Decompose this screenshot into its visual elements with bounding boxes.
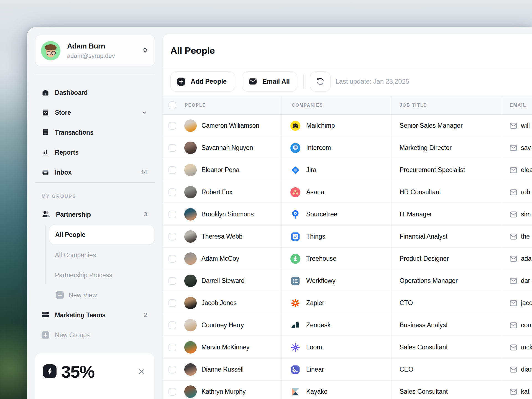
sidebar-item-label: Store <box>55 109 71 116</box>
table-row[interactable]: Jacob Jones Zapier CTO jaco <box>163 292 532 314</box>
row-checkbox[interactable] <box>168 321 176 329</box>
row-checkbox[interactable] <box>168 233 176 241</box>
email-all-button[interactable]: Email All <box>242 71 297 91</box>
table-row[interactable]: Eleanor Pena Jira Procurement Specialist… <box>163 159 532 181</box>
row-checkbox[interactable] <box>168 188 176 196</box>
new-groups-button[interactable]: New Groups <box>27 325 163 345</box>
row-checkbox[interactable] <box>168 166 176 174</box>
divider <box>35 74 155 74</box>
row-checkbox[interactable] <box>168 211 176 218</box>
job-title-cell: Marketing Director <box>392 137 501 159</box>
table-row[interactable]: Dianne Russell Linear CEO dian <box>163 359 532 381</box>
my-groups-label: MY GROUPS <box>42 194 163 199</box>
company-cell: Sourcetree <box>282 203 392 225</box>
email-cell: sim <box>501 203 532 225</box>
company-cell: Things <box>282 226 392 247</box>
new-view-button[interactable]: New View <box>27 285 163 305</box>
job-title: Procurement Specialist <box>400 166 465 174</box>
job-title: Financial Analyst <box>400 233 447 240</box>
person-name: Adam McCoy <box>201 255 239 262</box>
table-row[interactable]: Savannah Nguyen Intercom Marketing Direc… <box>163 137 532 159</box>
sidebar-item-label: Inbox <box>55 169 71 176</box>
table-row[interactable]: Adam McCoy Treehouse Product Designer ad… <box>163 248 532 270</box>
person-name: Darrell Steward <box>201 277 245 285</box>
table-row[interactable]: Courtney Herry Zendesk Business Analyst … <box>163 314 532 336</box>
email-text: sim <box>521 211 531 218</box>
sidebar-item-marketing-teams[interactable]: Marketing Teams 2 <box>27 305 163 325</box>
toolbar: Add People Email All Last update: Jan 23… <box>163 67 532 96</box>
row-checkbox[interactable] <box>168 388 176 396</box>
company-name: Treehouse <box>306 255 336 262</box>
table-row[interactable]: Theresa Webb Things Financial Analyst th… <box>163 226 532 248</box>
job-title-cell: Sales Consultant <box>392 381 501 399</box>
job-title: Operations Manager <box>400 277 458 285</box>
avatar <box>184 142 197 154</box>
add-people-button[interactable]: Add People <box>170 71 235 91</box>
job-title: CTO <box>400 299 413 307</box>
table-row[interactable]: Robert Fox Asana HR Consultant rob <box>163 181 532 203</box>
row-checkbox[interactable] <box>168 299 176 307</box>
group-count: 2 <box>144 311 147 319</box>
table-row[interactable]: Marvin McKinney Loom Sales Consultant mc… <box>163 336 532 359</box>
avatar <box>184 119 197 132</box>
row-checkbox[interactable] <box>168 366 176 374</box>
envelope-icon <box>510 123 517 129</box>
sidebar-item-all-people[interactable]: All People <box>49 225 154 244</box>
company-cell: Loom <box>282 336 392 358</box>
sidebar-item-inbox[interactable]: Inbox44 <box>27 162 163 182</box>
table-row[interactable]: Cameron Williamson Mailchimp Senior Sale… <box>163 115 532 137</box>
company-name: Zapier <box>306 299 324 307</box>
table-row[interactable]: Darrell Steward Workflowy Operations Man… <box>163 270 532 292</box>
chevron-up-down-icon[interactable] <box>142 47 149 55</box>
plus-icon <box>56 291 64 299</box>
row-checkbox[interactable] <box>168 255 176 263</box>
sidebar-item-label: Transactions <box>55 129 94 136</box>
column-header: JOB TITLE <box>392 96 501 114</box>
company-name: Workflowy <box>306 277 336 285</box>
job-title-cell: Financial Analyst <box>392 226 501 247</box>
profile-name: Adam Burn <box>67 42 142 50</box>
person-cell: Courtney Herry <box>163 314 282 336</box>
email-text: dar <box>521 277 530 285</box>
avatar <box>184 275 197 287</box>
person-name: Savannah Nguyen <box>201 144 253 152</box>
nav-list: Dashboard Store Transactions Reports Inb… <box>27 83 163 182</box>
company-name: Loom <box>306 344 322 351</box>
sidebar-item-reports[interactable]: Reports <box>27 142 163 162</box>
company-cell: Jira <box>282 159 392 181</box>
kayako-icon <box>290 387 300 397</box>
table-row[interactable]: Kathryn Murphy Kayako Sales Consultant k… <box>163 381 532 399</box>
job-title-cell: IT Manager <box>392 203 501 225</box>
sidebar-item-store[interactable]: Store <box>27 103 163 122</box>
person-cell: Adam McCoy <box>163 248 282 270</box>
bar-chart-icon <box>42 149 49 156</box>
close-icon[interactable] <box>138 369 144 375</box>
avatar <box>184 230 197 243</box>
job-title-cell: Business Analyst <box>392 314 501 336</box>
email-text: dian <box>521 366 532 373</box>
email-text: kat <box>521 388 530 395</box>
row-checkbox[interactable] <box>168 344 176 351</box>
job-title: HR Consultant <box>400 188 441 196</box>
sidebar-item-all-companies[interactable]: All Companies <box>27 245 163 265</box>
sidebar-item-partnership-process[interactable]: Partnership Process <box>27 265 163 285</box>
refresh-button[interactable] <box>310 71 331 91</box>
job-title: CEO <box>400 366 413 373</box>
company-name: Linear <box>306 366 324 373</box>
company-name: Mailchimp <box>306 122 335 129</box>
profile-card[interactable]: Adam Burn adam@syrup.dev <box>35 35 155 66</box>
avatar <box>184 164 197 176</box>
sidebar-item-transactions[interactable]: Transactions <box>27 122 163 142</box>
envelope-icon <box>510 367 517 373</box>
avatar <box>184 385 197 398</box>
envelope-icon <box>510 234 517 240</box>
sidebar-item-partnership[interactable]: Partnership 3 <box>27 204 163 224</box>
row-checkbox[interactable] <box>168 144 176 152</box>
person-cell: Darrell Steward <box>163 270 282 292</box>
row-checkbox[interactable] <box>168 277 176 285</box>
row-checkbox[interactable] <box>168 122 176 130</box>
company-name: Jira <box>306 166 316 174</box>
table-row[interactable]: Brooklyn Simmons Sourcetree IT Manager s… <box>163 203 532 226</box>
sidebar-item-dashboard[interactable]: Dashboard <box>27 83 163 103</box>
select-all-checkbox[interactable] <box>168 101 176 109</box>
